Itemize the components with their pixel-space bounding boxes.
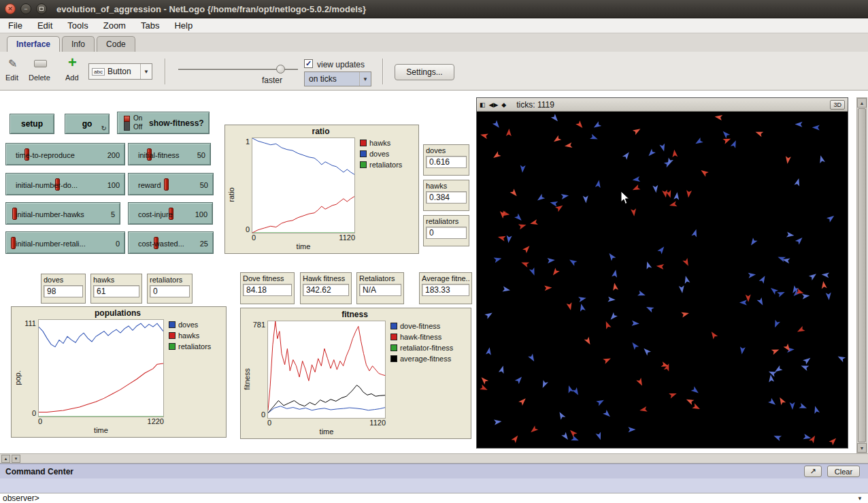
dove-turtle <box>757 297 765 306</box>
x-axis-max-tick: 1220 <box>148 417 164 426</box>
hawk-turtle <box>564 142 572 148</box>
widget-type-dropdown[interactable]: abc Button ▼ <box>88 63 152 80</box>
vertical-scrollbar-thumb[interactable] <box>858 108 866 442</box>
slider-initial-number-retaliators[interactable]: initial-number-retali... 0 <box>5 231 125 254</box>
hawk-turtle <box>829 436 837 445</box>
delete-icon[interactable] <box>34 60 47 67</box>
dove-turtle <box>799 403 807 410</box>
dove-turtle <box>607 252 616 261</box>
dove-turtle <box>494 419 502 425</box>
window-title: evolution_of_aggression - NetLogo {/home… <box>56 4 366 14</box>
dove-turtle <box>739 346 746 355</box>
legend-label: average-fitness <box>400 355 451 363</box>
plot-ratio: ratio ratio 1 0 0 1120 time hawksdovesre… <box>224 125 419 254</box>
tab-info[interactable]: Info <box>62 36 95 52</box>
hawk-turtle <box>497 234 506 241</box>
hawk-turtle <box>710 330 718 340</box>
plot-line-doves <box>39 323 163 347</box>
command-center-splitter[interactable]: ▲ ▼ <box>0 453 868 464</box>
slider-initial-number-doves[interactable]: initial-number-do... 100 <box>5 173 125 195</box>
hawk-turtle <box>796 326 805 334</box>
slider-value: 0 <box>116 240 120 248</box>
update-mode-value: on ticks <box>305 74 337 84</box>
tab-code[interactable]: Code <box>97 36 135 52</box>
threed-button[interactable]: 3D <box>830 100 845 110</box>
monitor-label: hawks <box>93 276 139 284</box>
slider-label: initial-number-retali... <box>16 240 86 248</box>
observer-command-line[interactable]: observer> ▼ <box>0 493 868 503</box>
scroll-up-button[interactable]: ▲ <box>857 98 867 108</box>
hawk-turtle <box>568 428 577 437</box>
delete-tool-button[interactable]: Delete <box>29 74 50 82</box>
dove-turtle <box>721 129 730 138</box>
plot-canvas <box>252 137 355 233</box>
legend-label: retaliators <box>178 342 211 351</box>
splitter-collapse-down-button[interactable]: ▼ <box>12 455 20 463</box>
legend-swatch <box>169 321 176 328</box>
dove-turtle <box>739 300 747 306</box>
menu-item-tabs[interactable]: Tabs <box>141 20 159 31</box>
slider-reward[interactable]: reward 50 <box>128 173 214 195</box>
settings-button[interactable]: Settings... <box>395 64 454 80</box>
check-icon: ✓ <box>305 59 312 68</box>
dove-turtle <box>652 185 658 193</box>
monitor-value: 0.384 <box>426 191 467 204</box>
plot-line-hawks <box>252 197 354 233</box>
dove-turtle <box>800 363 809 371</box>
dove-turtle <box>777 289 786 297</box>
hawk-turtle <box>633 127 642 135</box>
legend-label: retaliator-fitness <box>400 344 453 352</box>
slider-cost-wasted[interactable]: cost-wasted... 25 <box>128 231 214 254</box>
tab-interface[interactable]: Interface <box>7 36 60 52</box>
slider-initial-number-hawks[interactable]: initial-number-hawks 5 <box>5 202 120 225</box>
dove-turtle <box>520 165 526 173</box>
dove-turtle <box>812 405 820 414</box>
clear-button[interactable]: Clear <box>827 466 860 477</box>
setup-button[interactable]: setup <box>10 114 54 134</box>
window-maximize-button[interactable] <box>36 3 47 14</box>
slider-cost-injure[interactable]: cost-injure 100 <box>128 202 213 225</box>
slider-time-to-reproduce[interactable]: time-to-reproduce 200 <box>5 143 125 165</box>
monitor-value: 0.616 <box>426 156 467 168</box>
add-icon[interactable]: + <box>68 54 77 71</box>
world-canvas[interactable] <box>477 112 848 448</box>
world-view[interactable]: ◧ ◀▶ ◆ ticks: 1119 3D <box>476 97 848 449</box>
menu-item-help[interactable]: Help <box>174 20 193 31</box>
vertical-scrollbar[interactable]: ▲ ▼ <box>856 97 867 453</box>
add-tool-button[interactable]: Add <box>65 74 79 82</box>
menu-item-edit[interactable]: Edit <box>37 20 52 31</box>
slider-initial-fitness[interactable]: initial-fitness 50 <box>128 143 211 165</box>
hawk-turtle <box>699 168 709 177</box>
pencil-icon[interactable]: ✎ <box>8 57 17 70</box>
window-minimize-button[interactable]: − <box>20 3 31 14</box>
history-dropdown-icon[interactable]: ▼ <box>857 496 865 502</box>
switch-show-fitness[interactable]: On Off show-fitness? <box>117 112 210 134</box>
dove-turtle <box>827 214 836 223</box>
hawk-turtle <box>671 149 678 157</box>
detach-command-center-button[interactable]: ↗ <box>804 466 822 477</box>
mouse-cursor <box>620 191 631 206</box>
menu-item-file[interactable]: File <box>8 20 22 31</box>
view-updates-checkbox[interactable]: ✓ <box>304 59 313 68</box>
speed-slider-thumb[interactable] <box>276 65 285 74</box>
widget-type-value: Button <box>107 67 131 76</box>
slider-thumb[interactable] <box>164 178 169 191</box>
chevron-down-icon: ▼ <box>359 72 371 86</box>
switch-track[interactable] <box>124 116 130 131</box>
slider-label: initial-fitness <box>138 151 180 159</box>
hawk-turtle <box>686 190 692 198</box>
update-mode-dropdown[interactable]: on ticks ▼ <box>304 71 371 86</box>
dove-turtle <box>529 267 537 276</box>
tab-bar: Interface Info Code <box>0 33 868 52</box>
dove-turtle <box>515 375 524 385</box>
go-button[interactable]: go ↻ <box>65 114 110 134</box>
legend-label: doves <box>178 321 198 329</box>
legend-item: retaliator-fitness <box>390 344 467 352</box>
splitter-collapse-up-button[interactable]: ▲ <box>1 455 10 463</box>
window-close-button[interactable]: ✕ <box>5 3 16 14</box>
edit-tool-button[interactable]: Edit <box>5 74 18 82</box>
switch-knob[interactable] <box>124 116 130 122</box>
menu-item-tools[interactable]: Tools <box>67 20 88 31</box>
scroll-down-button[interactable]: ▼ <box>857 443 867 453</box>
menu-item-zoom[interactable]: Zoom <box>103 20 126 31</box>
